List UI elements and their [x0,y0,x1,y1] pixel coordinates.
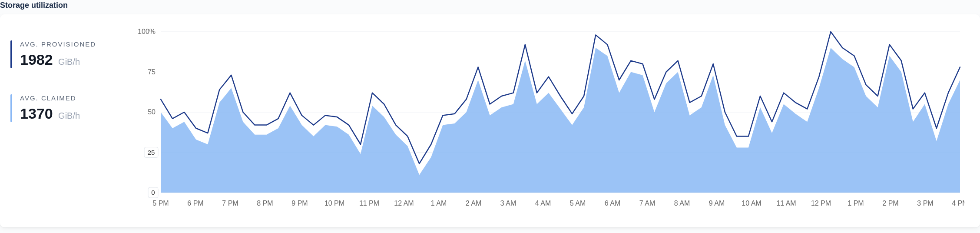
x-tick-label: 1 AM [431,200,447,207]
metric-provisioned-value: 1982 [20,51,53,68]
y-tick-label: 50 [148,108,156,116]
x-tick-label: 2 AM [466,200,481,207]
x-tick-label: 9 AM [709,200,725,207]
y-tick-label: 0 [151,189,155,196]
metric-claimed-unit: GiB/h [58,111,80,120]
x-tick-label: 7 PM [222,200,238,207]
metric-provisioned: AVG. PROVISIONED 1982 GiB/h [10,40,120,68]
metric-claimed-value: 1370 [20,105,53,122]
x-tick-label: 3 PM [917,200,933,207]
x-tick-label: 3 AM [500,200,516,207]
x-tick-label: 1 PM [848,200,864,207]
x-tick-label: 10 AM [742,200,761,207]
metric-provisioned-unit: GiB/h [58,57,80,67]
chart-area: 0255075100%5 PM6 PM7 PM8 PM9 PM10 PM11 P… [130,14,980,227]
y-tick-label: 25 [148,149,155,156]
x-tick-label: 2 PM [882,200,898,207]
storage-utilization-card: AVG. PROVISIONED 1982 GiB/h AVG. CLAIMED… [0,14,980,227]
claimed-area [161,48,960,193]
x-tick-label: 12 AM [394,200,414,207]
x-tick-label: 8 PM [257,200,273,207]
x-tick-label: 7 AM [639,200,655,207]
metrics-sidebar: AVG. PROVISIONED 1982 GiB/h AVG. CLAIMED… [0,14,130,227]
x-tick-label: 11 PM [359,200,379,207]
y-tick-label: 100% [138,28,156,35]
x-tick-label: 6 PM [187,200,203,207]
y-tick-label: 75 [148,68,156,76]
metric-provisioned-label: AVG. PROVISIONED [20,40,120,48]
x-tick-label: 6 AM [605,200,620,207]
x-tick-label: 4 AM [535,200,551,207]
widget-title: Storage utilization [0,0,980,14]
metric-claimed: AVG. CLAIMED 1370 GiB/h [10,94,120,122]
x-tick-label: 5 PM [152,200,169,207]
x-tick-label: 8 AM [674,200,690,207]
x-tick-label: 11 AM [776,200,796,207]
x-tick-label: 12 PM [811,200,831,207]
x-tick-label: 9 PM [291,200,308,207]
metric-claimed-label: AVG. CLAIMED [20,94,120,102]
x-tick-label: 10 PM [324,200,344,207]
x-tick-label: 5 AM [570,200,586,207]
x-tick-label: 4 PM [952,200,964,207]
storage-chart: 0255075100%5 PM6 PM7 PM8 PM9 PM10 PM11 P… [130,23,964,219]
